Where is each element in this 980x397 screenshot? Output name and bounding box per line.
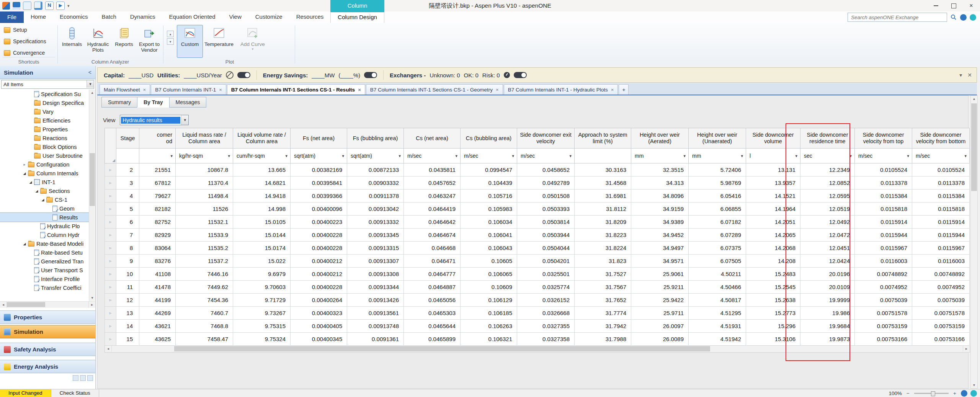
tree-item-hydraulic-plo[interactable]: ✓Hydraulic Plo [0, 222, 89, 230]
tree-expanded-icon[interactable]: ◢ [21, 242, 28, 246]
value-cell[interactable]: 0.105983 [461, 203, 517, 216]
document-tab[interactable]: B7 Column Internals INT-1 Sections CS-1 … [227, 84, 365, 95]
value-cell[interactable]: 0.0464887 [404, 281, 461, 294]
stage-cell[interactable]: 15 [116, 333, 139, 346]
scroll-left-icon[interactable]: ◂ [0, 302, 7, 308]
tree-item-int-1[interactable]: ◢INT-1 [0, 178, 89, 186]
main-vertical-scrollbar[interactable]: ▴ ▾ [970, 95, 978, 389]
ribbon-tab-column-design[interactable]: Column Design [330, 11, 384, 23]
column-header-side-downcomer-velocity-from-top[interactable]: Side downcomer velocity from top [855, 128, 912, 149]
unit-selector[interactable]: l▾ [746, 149, 800, 163]
value-cell[interactable]: 34.9452 [631, 229, 689, 242]
value-cell[interactable]: 34.8096 [631, 190, 689, 203]
value-cell[interactable]: 9.71729 [233, 294, 291, 307]
stage-cell[interactable]: 7 [116, 229, 139, 242]
value-cell[interactable]: 82182 [139, 203, 176, 216]
value-cell[interactable]: 0.00913345 [347, 229, 404, 242]
value-cell[interactable]: 0.0115967 [912, 242, 970, 255]
value-cell[interactable]: 0.106263 [461, 320, 517, 333]
document-tab[interactable]: B7 Column Internals INT-1 - Hydraulic Pl… [504, 84, 618, 95]
tree-item-column-hydr[interactable]: ✓Column Hydr [0, 230, 89, 239]
value-cell[interactable]: 14.2051 [746, 216, 800, 229]
search-input[interactable] [850, 14, 944, 21]
value-cell[interactable]: 9.6979 [233, 268, 291, 281]
value-cell[interactable]: 0.00903332 [347, 176, 404, 190]
value-cell[interactable]: 0.0074952 [855, 281, 912, 294]
tree-item-specification-su[interactable]: ✓Specification Su [0, 90, 89, 98]
tree-item-sections[interactable]: ◢Sections [0, 186, 89, 195]
value-cell[interactable]: 4.51931 [689, 320, 746, 333]
tree-item-column-internals[interactable]: ◢Column Internals [0, 169, 89, 178]
chevron-down-icon[interactable]: ▾ [795, 154, 797, 158]
scroll-down-icon[interactable]: ▾ [89, 295, 95, 301]
chevron-down-icon[interactable]: ▾ [87, 80, 94, 88]
scrollbar-thumb[interactable] [174, 346, 710, 351]
value-cell[interactable]: 31.7942 [575, 320, 631, 333]
tree-item-geom[interactable]: ✓Geom [0, 204, 89, 213]
value-cell[interactable]: 0.0503814 [517, 216, 575, 229]
value-cell[interactable]: 41478 [139, 281, 176, 294]
value-cell[interactable]: 0.106185 [461, 307, 517, 320]
close-button[interactable]: × [962, 0, 980, 11]
value-cell[interactable]: 0.0326152 [517, 294, 575, 307]
value-cell[interactable]: 31.8224 [575, 242, 631, 255]
stage-cell[interactable]: 12 [116, 294, 139, 307]
value-cell[interactable]: 44269 [139, 307, 176, 320]
ribbon-tab-resources[interactable]: Resources [289, 11, 331, 23]
scroll-right-icon[interactable]: ▸ [88, 302, 95, 308]
stage-cell[interactable]: 6 [116, 216, 139, 229]
row-selector[interactable]: ▹ [105, 255, 116, 268]
value-cell[interactable]: 0.0325501 [517, 268, 575, 281]
table-horizontal-scrollbar[interactable]: ◂ ▸ [105, 346, 970, 353]
minimize-button[interactable] [927, 0, 945, 11]
select-all-corner[interactable]: ◢ [105, 128, 116, 163]
value-cell[interactable]: 25.9711 [631, 307, 689, 320]
chevron-down-icon[interactable]: ▾ [849, 154, 852, 158]
tree-item-design-specifica[interactable]: Design Specifica [0, 98, 89, 107]
value-cell[interactable]: 0.00382169 [291, 163, 347, 176]
value-cell[interactable]: 13.665 [233, 163, 291, 176]
tree-expanded-icon[interactable]: ◢ [28, 180, 34, 184]
row-selector[interactable]: ▹ [105, 268, 116, 281]
chevron-down-icon[interactable]: ▾ [512, 154, 514, 158]
value-cell[interactable]: 6.06855 [689, 203, 746, 216]
column-header-side-downcomer-velocity-from-bottom[interactable]: Side downcomer velocity from bottom [912, 128, 970, 149]
value-cell[interactable]: 5.72406 [689, 163, 746, 176]
value-cell[interactable]: 0.046471 [404, 255, 461, 268]
value-cell[interactable]: 83064 [139, 242, 176, 255]
ribbon-tab-batch[interactable]: Batch [95, 11, 123, 23]
value-cell[interactable]: 4.51942 [689, 333, 746, 346]
value-cell[interactable]: 31.7988 [575, 333, 631, 346]
value-cell[interactable]: 0.0464674 [404, 229, 461, 242]
scroll-left-icon[interactable]: ◂ [105, 346, 112, 352]
custom-plot-button[interactable]: Custom [177, 25, 203, 58]
new-tab-button[interactable]: + [619, 84, 629, 95]
column-header-approach-to-system-limit[interactable]: Approach to system limit (%) [575, 128, 631, 149]
tab-close-icon[interactable]: × [358, 87, 361, 93]
scrollbar-thumb[interactable] [90, 153, 95, 206]
chevron-down-icon[interactable]: ▾ [181, 115, 188, 125]
value-cell[interactable]: 0.0091361 [347, 333, 404, 346]
value-cell[interactable]: 15.296 [746, 320, 800, 333]
chevron-down-icon[interactable]: ▾ [170, 154, 173, 158]
value-cell[interactable]: 14.2065 [746, 229, 800, 242]
document-tab[interactable]: Main Flowsheet× [100, 84, 150, 95]
value-cell[interactable]: 15.0144 [233, 229, 291, 242]
value-cell[interactable]: 83276 [139, 255, 176, 268]
value-cell[interactable]: 0.00400345 [291, 333, 347, 346]
value-cell[interactable]: 15.2638 [746, 294, 800, 307]
chevron-down-icon[interactable]: ▾ [285, 154, 287, 158]
value-cell[interactable]: 0.106043 [461, 242, 517, 255]
value-cell[interactable]: 0.00913332 [347, 216, 404, 229]
value-cell[interactable]: 0.106129 [461, 294, 517, 307]
exchange-icon[interactable] [970, 14, 976, 21]
tree-item-rate-based-modeli[interactable]: ◢Rate-Based Modeli [0, 239, 89, 248]
value-cell[interactable]: 11370.4 [176, 176, 233, 190]
value-cell[interactable]: 9.75315 [233, 320, 291, 333]
value-cell[interactable]: 9.70603 [233, 281, 291, 294]
value-cell[interactable]: 0.0325774 [517, 281, 575, 294]
value-cell[interactable]: 30.3163 [575, 163, 631, 176]
value-cell[interactable]: 11535.2 [176, 242, 233, 255]
chevron-down-icon[interactable]: ▾ [455, 154, 457, 158]
column-header-stage[interactable]: Stage [116, 128, 139, 149]
